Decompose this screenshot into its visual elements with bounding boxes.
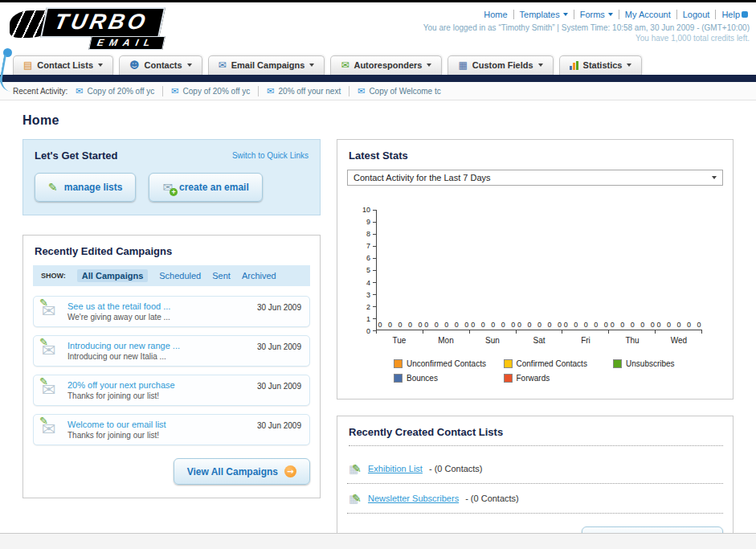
campaign-title-link[interactable]: Introducing our new range ...: [67, 341, 257, 350]
custom-fields-icon: ▦: [458, 60, 467, 70]
recently-created-contact-lists-panel: Recently Created Contact Lists ▦✎ Exhibi…: [337, 416, 734, 549]
campaign-title-link[interactable]: Welcome to our email list: [67, 420, 257, 429]
legend-item: Forwards: [504, 374, 614, 383]
legend-item: Bounces: [394, 374, 504, 383]
chart-values: 0 0 0 0 0: [377, 321, 423, 329]
recent-activity-item[interactable]: ✉20% off your next: [267, 86, 349, 96]
chart-day-group: 0 0 0 0 0: [377, 210, 423, 330]
plus-icon: +: [170, 188, 178, 196]
filter-tab-all-campaigns[interactable]: All Campaigns: [77, 269, 148, 282]
chart-plot-area: 0 0 0 0 00 0 0 0 00 0 0 0 00 0 0 0 00 0 …: [376, 210, 702, 345]
tab-custom-fields[interactable]: ▦ Custom Fields: [447, 55, 553, 75]
tab-contact-lists[interactable]: ▤ Contact Lists: [13, 55, 113, 75]
legend-label: Unconfirmed Contacts: [407, 359, 486, 368]
campaign-text: See us at the retail food ... We're givi…: [67, 301, 257, 322]
x-axis-label: Tue: [376, 334, 423, 345]
tab-label: Custom Fields: [472, 60, 533, 70]
filter-tab-scheduled[interactable]: Scheduled: [159, 271, 201, 281]
nav-link-forms[interactable]: Forms: [580, 10, 613, 19]
campaign-date: 30 Jun 2009: [257, 382, 301, 391]
tab-label: Contact Lists: [37, 60, 93, 70]
chart-values: 0 0 0 0 0: [656, 321, 702, 329]
chevron-down-icon: [608, 13, 613, 16]
campaign-title-link[interactable]: See us at the retail food ...: [67, 301, 257, 311]
nav-link-help[interactable]: Help: [721, 10, 740, 19]
campaign-list: ✉✎ See us at the retail food ... We're g…: [33, 296, 310, 445]
pencil-icon: ✎: [39, 336, 48, 348]
contact-list-link[interactable]: Newsletter Subscribers: [368, 494, 459, 503]
nav-link-label: Forms: [580, 10, 605, 19]
filter-tab-sent[interactable]: Sent: [212, 271, 231, 281]
navy-divider-bar: [0, 75, 756, 82]
campaign-title-link[interactable]: 20% off your next purchase: [67, 380, 257, 390]
latest-stats-panel: Latest Stats Contact Activity for the La…: [337, 139, 734, 399]
envelope-icon: ✉: [76, 86, 83, 96]
stats-period-value: Contact Activity for the Last 7 Days: [353, 173, 491, 182]
tab-label: Email Campaigns: [231, 60, 305, 70]
legend-item: Unconfirmed Contacts: [394, 359, 504, 368]
contact-list-link[interactable]: Exhibition List: [368, 464, 423, 473]
top-links: Home Templates Forms My Account Logout H…: [423, 10, 750, 19]
filter-tab-archived[interactable]: Archived: [242, 271, 276, 281]
switch-quick-links-link[interactable]: Switch to Quick Links: [232, 151, 309, 160]
recent-activity-item[interactable]: ✉Copy of 20% off yc: [76, 86, 163, 96]
chevron-down-icon: [98, 64, 103, 67]
top-link-item: Help: [716, 10, 750, 19]
contact-list-row: ▦✎ Newsletter Subscribers - (0 Contacts): [347, 484, 723, 514]
x-axis-label: Fri: [562, 334, 609, 345]
pencil-icon: ✎: [48, 181, 58, 194]
nav-link-home[interactable]: Home: [484, 10, 507, 19]
chevron-down-icon: [309, 64, 314, 67]
tab-autoresponders[interactable]: ✉ Autoresponders: [330, 55, 442, 75]
legend-item: Confirmed Contacts: [504, 359, 614, 368]
nav-link-logout[interactable]: Logout: [683, 10, 710, 19]
tab-email-campaigns[interactable]: ✉ Email Campaigns: [208, 55, 325, 75]
page-title: Home: [22, 113, 734, 128]
top-link-item: Logout: [677, 10, 717, 19]
legend-swatch: [394, 374, 403, 383]
chart-values: 0 0 0 0 0: [423, 321, 470, 329]
chart-values: 0 0 0 0 0: [470, 321, 517, 329]
main-nav: ▤ Contact Lists ☻ Contacts ✉ Email Campa…: [13, 55, 756, 75]
campaign-row: ✉✎ Welcome to our email list Thanks for …: [33, 414, 310, 445]
campaign-text: 20% off your next purchase Thanks for jo…: [67, 380, 257, 400]
chart-day-group: 0 0 0 0 0: [470, 210, 517, 330]
legend-swatch: [394, 359, 403, 368]
stats-period-select[interactable]: Contact Activity for the Last 7 Days: [347, 170, 723, 186]
tab-label: Autoresponders: [353, 60, 422, 70]
recent-activity-item[interactable]: ✉Copy of 20% off yc: [171, 86, 259, 96]
campaign-date: 30 Jun 2009: [257, 303, 301, 312]
chart-plot: 0 0 0 0 00 0 0 0 00 0 0 0 00 0 0 0 00 0 …: [376, 210, 702, 330]
campaign-date: 30 Jun 2009: [257, 421, 301, 430]
x-axis-label: Sun: [469, 334, 516, 345]
help-icon[interactable]: [742, 11, 748, 18]
manage-lists-button[interactable]: ✎ manage lists: [35, 173, 136, 202]
get-started-title: Let's Get Started: [35, 150, 118, 162]
contact-activity-chart: 109876543210 0 0 0 0 00 0 0 0 00 0 0 0 0…: [347, 210, 723, 345]
view-all-campaigns-label: View All Campaigns: [187, 466, 278, 477]
logo-line2: EMAIL: [88, 36, 166, 50]
chart-values: 0 0 0 0 0: [562, 321, 609, 329]
tab-contacts[interactable]: ☻ Contacts: [119, 55, 202, 75]
tab-label: Contacts: [145, 60, 182, 70]
nav-link-my-account[interactable]: My Account: [625, 10, 671, 19]
pencil-icon: ✎: [39, 375, 48, 387]
create-email-label: create an email: [179, 182, 249, 193]
envelope-icon: ✉: [267, 86, 274, 96]
create-email-button[interactable]: ✉+ create an email: [149, 173, 262, 202]
envelope-plus-icon: ✉+: [162, 180, 173, 195]
latest-stats-title: Latest Stats: [349, 150, 723, 162]
recently-edited-campaigns-panel: Recently Edited Campaigns SHOW: All Camp…: [22, 235, 321, 498]
nav-link-templates[interactable]: Templates: [520, 10, 568, 19]
campaign-row: ✉✎ Introducing our new range ... Introdu…: [33, 335, 310, 367]
tab-statistics[interactable]: Statistics: [559, 55, 643, 75]
list-pencil-icon: ▦✎: [349, 492, 362, 505]
right-column: Latest Stats Contact Activity for the La…: [337, 139, 734, 549]
recent-activity-item[interactable]: ✉Copy of Welcome tc: [358, 86, 449, 96]
view-all-campaigns-button[interactable]: View All Campaigns →: [174, 458, 310, 485]
campaign-row: ✉✎ 20% off your next purchase Thanks for…: [33, 375, 310, 406]
chart-day-group: 0 0 0 0 0: [562, 210, 609, 330]
campaign-row: ✉✎ See us at the retail food ... We're g…: [33, 296, 310, 327]
envelope-icon: ✉: [171, 86, 178, 96]
footer: [0, 533, 756, 549]
